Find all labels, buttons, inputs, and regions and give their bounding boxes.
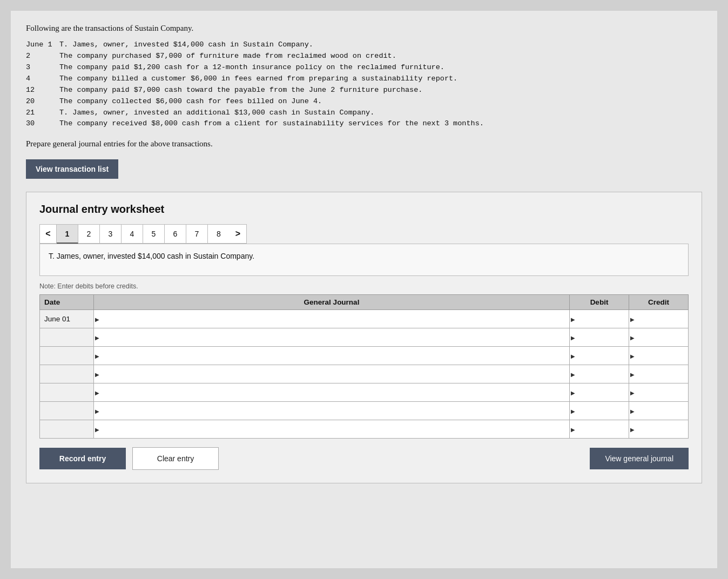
table-row: ▶▶▶ xyxy=(40,420,689,439)
row-arrow-icon: ▶ xyxy=(95,316,99,322)
credit-input-row-2[interactable] xyxy=(631,348,686,363)
table-row: ▶▶▶ xyxy=(40,402,689,420)
view-transaction-button[interactable]: View transaction list xyxy=(26,159,118,179)
debit-input-row-4[interactable] xyxy=(572,385,626,400)
note-text: Note: Enter debits before credits. xyxy=(39,282,689,290)
table-row: ▶▶▶ xyxy=(40,383,689,402)
transaction-line: 4The company billed a customer $6,000 in… xyxy=(26,73,702,85)
intro-title: Following are the transactions of Sustai… xyxy=(26,24,702,33)
view-general-journal-button[interactable]: View general journal xyxy=(590,448,689,469)
tab-4[interactable]: 4 xyxy=(122,224,143,244)
debit-arrow-icon: ▶ xyxy=(571,426,575,432)
debit-arrow-icon: ▶ xyxy=(571,371,575,377)
transactions-block: June 1T. James, owner, invested $14,000 … xyxy=(26,39,702,130)
tab-8[interactable]: 8 xyxy=(208,224,230,244)
tab-3[interactable]: 3 xyxy=(100,224,122,244)
transaction-line: 2The company purchased $7,000 of furnitu… xyxy=(26,51,702,62)
debit-input-row-5[interactable] xyxy=(572,403,626,419)
credit-input-row-5[interactable] xyxy=(631,403,686,419)
table-row: ▶▶▶ xyxy=(40,347,689,365)
prepare-text: Prepare general journal entries for the … xyxy=(26,139,702,149)
page: Following are the transactions of Sustai… xyxy=(11,11,717,568)
col-header-debit: Debit xyxy=(570,295,629,310)
worksheet-title: Journal entry worksheet xyxy=(39,203,689,216)
debit-arrow-icon: ▶ xyxy=(571,334,575,340)
debit-input-row-6[interactable] xyxy=(572,421,626,437)
record-entry-button[interactable]: Record entry xyxy=(39,448,126,469)
debit-input-row-1[interactable] xyxy=(572,329,626,345)
worksheet-container: Journal entry worksheet < 12345678 > T. … xyxy=(26,192,702,483)
debit-arrow-icon: ▶ xyxy=(571,389,575,395)
table-row: ▶▶▶ xyxy=(40,365,689,383)
debit-input-row-3[interactable] xyxy=(572,366,626,382)
transaction-line: 12The company paid $7,000 cash toward th… xyxy=(26,85,702,96)
col-header-credit: Credit xyxy=(629,295,689,310)
table-row: ▶▶▶ xyxy=(40,328,689,347)
gj-input-row-1[interactable] xyxy=(103,329,567,345)
credit-arrow-icon: ▶ xyxy=(630,353,635,359)
credit-arrow-icon: ▶ xyxy=(630,408,635,414)
transaction-line: 30The company received $8,000 cash from … xyxy=(26,118,702,130)
credit-arrow-icon: ▶ xyxy=(630,316,635,322)
gj-input-row-2[interactable] xyxy=(103,348,567,363)
credit-input-row-1[interactable] xyxy=(631,329,686,345)
table-row: June 01▶▶▶ xyxy=(40,310,689,328)
transaction-line: 21T. James, owner, invested an additiona… xyxy=(26,107,702,119)
journal-table: Date General Journal Debit Credit June 0… xyxy=(39,294,689,439)
debit-arrow-icon: ▶ xyxy=(571,408,575,414)
tab-1[interactable]: 1 xyxy=(57,224,78,244)
row-arrow-icon: ▶ xyxy=(95,408,99,414)
credit-arrow-icon: ▶ xyxy=(630,334,635,340)
transaction-description: T. James, owner, invested $14,000 cash i… xyxy=(39,244,689,276)
gj-input-row-6[interactable] xyxy=(103,421,567,437)
tab-navigation: < 12345678 > xyxy=(39,224,689,244)
gj-input-row-5[interactable] xyxy=(103,403,567,419)
transaction-line: June 1T. James, owner, invested $14,000 … xyxy=(26,39,702,51)
transaction-line: 20The company collected $6,000 cash for … xyxy=(26,96,702,107)
tab-7[interactable]: 7 xyxy=(186,224,208,244)
next-tab-arrow[interactable]: > xyxy=(230,224,247,244)
credit-input-row-3[interactable] xyxy=(631,366,686,382)
gj-input-row-3[interactable] xyxy=(103,366,567,382)
transaction-line: 3The company paid $1,200 cash for a 12-m… xyxy=(26,62,702,73)
prev-tab-arrow[interactable]: < xyxy=(39,224,57,244)
debit-arrow-icon: ▶ xyxy=(571,353,575,359)
action-buttons: Record entry Clear entry View general jo… xyxy=(39,447,689,470)
gj-input-row-0[interactable] xyxy=(103,311,567,327)
credit-arrow-icon: ▶ xyxy=(630,389,635,395)
row-arrow-icon: ▶ xyxy=(95,371,99,377)
row-arrow-icon: ▶ xyxy=(95,389,99,395)
tab-2[interactable]: 2 xyxy=(78,224,100,244)
credit-input-row-0[interactable] xyxy=(631,311,686,327)
row-arrow-icon: ▶ xyxy=(95,334,99,340)
tab-5[interactable]: 5 xyxy=(143,224,165,244)
credit-arrow-icon: ▶ xyxy=(630,426,635,432)
credit-input-row-6[interactable] xyxy=(631,421,686,437)
col-header-gj: General Journal xyxy=(94,295,570,310)
credit-arrow-icon: ▶ xyxy=(630,371,635,377)
gj-input-row-4[interactable] xyxy=(103,385,567,400)
credit-input-row-4[interactable] xyxy=(631,385,686,400)
debit-arrow-icon: ▶ xyxy=(571,316,575,322)
row-arrow-icon: ▶ xyxy=(95,426,99,432)
row-arrow-icon: ▶ xyxy=(95,353,99,359)
tab-6[interactable]: 6 xyxy=(165,224,186,244)
clear-entry-button[interactable]: Clear entry xyxy=(132,447,219,470)
col-header-date: Date xyxy=(40,295,94,310)
debit-input-row-0[interactable] xyxy=(572,311,626,327)
debit-input-row-2[interactable] xyxy=(572,348,626,363)
